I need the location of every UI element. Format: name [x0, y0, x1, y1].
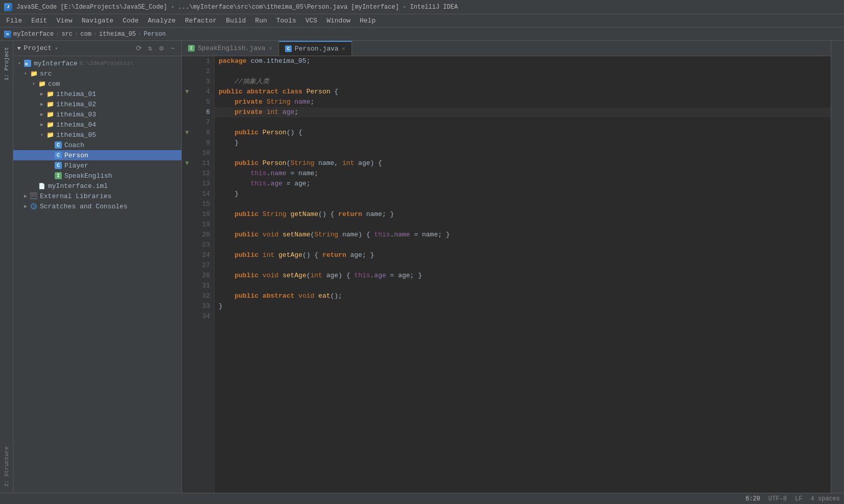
tree-item-scratches[interactable]: ▶ S Scratches and Consoles — [13, 201, 181, 211]
tree-icon-person: C — [54, 151, 62, 159]
tree-item-player[interactable]: ▶ C Player — [13, 160, 181, 171]
menu-item-build[interactable]: Build — [222, 16, 250, 26]
tab-person[interactable]: C Person.java ✕ — [279, 41, 352, 56]
fold-icon-4[interactable]: ▼ — [185, 88, 189, 95]
tree-icon-coach: C — [54, 141, 62, 149]
token: public — [235, 271, 259, 281]
token — [219, 169, 250, 179]
tab-bar: I SpeakEnglish.java ✕ C Person.java ✕ — [182, 41, 831, 56]
line-num-15: 15 — [194, 199, 210, 209]
token: int — [342, 158, 354, 169]
tab-close-speakenglish[interactable]: ✕ — [269, 44, 272, 52]
tree-item-itheima05[interactable]: ▾ 📁 itheima_05 — [13, 130, 181, 140]
token: () { — [302, 250, 322, 260]
token: age — [283, 107, 294, 117]
menu-item-file[interactable]: File — [2, 16, 26, 26]
tree-item-coach[interactable]: ▶ C Coach — [13, 140, 181, 150]
gutter-line-4: ▼ — [182, 87, 192, 97]
tree-label-player: Player — [64, 162, 88, 170]
menu-item-view[interactable]: View — [52, 16, 76, 26]
panel-sort-icon[interactable]: ⇅ — [146, 44, 155, 53]
code-line-23 — [215, 240, 831, 250]
gutter-line-14 — [182, 189, 192, 199]
line-num-11: 11 — [194, 158, 210, 169]
code-line-3: //抽象人类 — [215, 77, 831, 87]
tree-path-myinterface: E:\IdeaProjects\ — [80, 60, 134, 66]
tree-item-iml[interactable]: ▶ 📄 myInterface.iml — [13, 181, 181, 191]
line-num-10: 10 — [194, 148, 210, 158]
menu-item-edit[interactable]: Edit — [27, 16, 51, 26]
token: public — [219, 87, 243, 97]
breadcrumb-src[interactable]: src — [61, 31, 73, 38]
fold-icon-11[interactable]: ▼ — [185, 160, 189, 167]
tree-item-speakenglish[interactable]: ▶ I SpeakEnglish — [13, 171, 181, 181]
code-line-13: this.age = age; — [215, 179, 831, 189]
token: age — [270, 179, 282, 189]
token: ; — [294, 107, 298, 117]
tree-label-speakenglish: SpeakEnglish — [64, 172, 112, 180]
menu-item-navigate[interactable]: Navigate — [78, 16, 118, 26]
menu-item-analyze[interactable]: Analyze — [144, 16, 180, 26]
tree-item-com[interactable]: ▾ 📁 com — [13, 79, 181, 89]
gutter-icons: ▼▼▼ — [182, 56, 192, 493]
gutter-line-32 — [182, 291, 192, 301]
token: } — [219, 138, 239, 148]
tree-item-person[interactable]: ▶ C Person — [13, 150, 181, 160]
tree-item-itheima02[interactable]: ▶ 📁 itheima_02 — [13, 99, 181, 109]
panel-settings-icon[interactable]: ⚙ — [157, 44, 166, 53]
menu-item-code[interactable]: Code — [119, 16, 143, 26]
editor-content: ▼▼▼ 123456789101112131415161920232427283… — [182, 56, 831, 493]
tree-icon-scratches: S — [30, 202, 38, 210]
tree-arrow-myinterface: ▾ — [15, 59, 24, 67]
line-num-27: 27 — [194, 260, 210, 271]
panel-sync-icon[interactable]: ⟳ — [134, 44, 144, 53]
tab-close-person[interactable]: ✕ — [342, 45, 345, 53]
breadcrumb-itheima05[interactable]: itheima_05 — [99, 31, 136, 38]
gutter-line-15 — [182, 199, 192, 209]
tree-label-itheima02: itheima_02 — [56, 101, 96, 108]
breadcrumb-com[interactable]: com — [80, 31, 91, 38]
tree-arrow-itheima04: ▶ — [38, 121, 46, 129]
tab-label-person: Person.java — [295, 45, 339, 53]
fold-icon-8[interactable]: ▼ — [185, 129, 189, 136]
sidebar-tab-structure[interactable]: 2: Structure — [2, 442, 12, 491]
menu-item-help[interactable]: Help — [356, 16, 380, 26]
tree-item-itheima01[interactable]: ▶ 📁 itheima_01 — [13, 89, 181, 99]
token: int — [311, 271, 322, 281]
token: () { — [287, 128, 302, 138]
token — [278, 230, 283, 240]
panel-header-icons: ⟳ ⇅ ⚙ − — [134, 44, 177, 53]
code-line-12: this.name = name; — [215, 169, 831, 179]
breadcrumb-person[interactable]: Person — [144, 31, 166, 38]
sidebar-tab-project[interactable]: 1: Project — [2, 43, 12, 85]
gutter-line-24 — [182, 250, 192, 260]
menu-item-tools[interactable]: Tools — [272, 16, 300, 26]
tree-item-myinterface[interactable]: ▾ m myInterface E:\IdeaProjects\ — [13, 58, 181, 68]
tree-item-itheima03[interactable]: ▶ 📁 itheima_03 — [13, 109, 181, 119]
menu-item-run[interactable]: Run — [251, 16, 271, 26]
tree-item-extlibs[interactable]: ▶ External Libraries — [13, 191, 181, 201]
gutter-line-27 — [182, 260, 192, 271]
code-line-9: } — [215, 138, 831, 148]
tree-item-src[interactable]: ▾ 📁 src — [13, 68, 181, 79]
token: this — [250, 179, 266, 189]
tree-label-itheima04: itheima_04 — [56, 121, 96, 129]
gutter-line-5 — [182, 97, 192, 107]
tree-icon-itheima03: 📁 — [46, 110, 54, 118]
code-line-2 — [215, 66, 831, 77]
tree-label-itheima01: itheima_01 — [56, 90, 96, 98]
tab-speakenglish[interactable]: I SpeakEnglish.java ✕ — [182, 41, 279, 56]
gutter-line-16 — [182, 209, 192, 220]
code-area[interactable]: package com.itheima_05; //抽象人类public abs… — [215, 56, 831, 493]
menu-item-refactor[interactable]: Refactor — [181, 16, 221, 26]
tree-arrow-itheima02: ▶ — [38, 100, 46, 108]
panel-minimize-icon[interactable]: − — [168, 44, 177, 53]
token: ( — [307, 271, 311, 281]
code-line-31 — [215, 281, 831, 291]
tree-item-itheima04[interactable]: ▶ 📁 itheima_04 — [13, 119, 181, 130]
left-side-tabs: 1: Project 2: Structure — [0, 41, 13, 493]
breadcrumb-myinterface[interactable]: myInterface — [13, 31, 54, 38]
panel-dropdown-arrow[interactable]: ▾ — [55, 45, 58, 52]
menu-item-vcs[interactable]: VCS — [301, 16, 321, 26]
menu-item-window[interactable]: Window — [322, 16, 355, 26]
